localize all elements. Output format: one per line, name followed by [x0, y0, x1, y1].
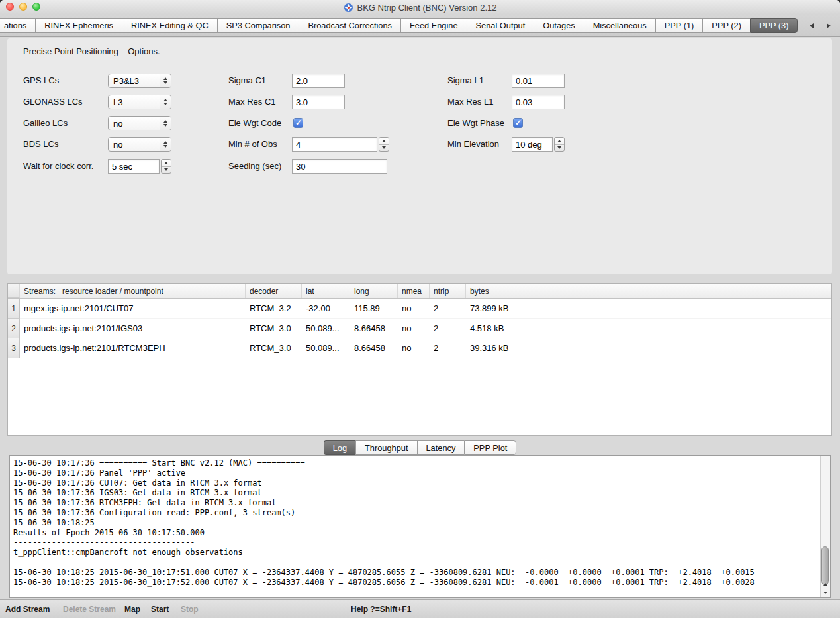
- gps-lcs-value: P3&L3: [109, 76, 160, 86]
- stream-row[interactable]: 2 products.igs-ip.net:2101/IGS03 RTCM_3.…: [8, 319, 831, 338]
- stepper-down-button[interactable]: [379, 145, 389, 152]
- max-res-c1-input[interactable]: [292, 95, 345, 109]
- cell-lat: 50.089...: [302, 319, 350, 338]
- tab-throughput[interactable]: Throughput: [355, 440, 416, 455]
- cell-nmea: no: [398, 319, 430, 338]
- cell-mountpoint: products.igs-ip.net:2101/IGS03: [20, 319, 246, 338]
- ele-wgt-code-label: Ele Wgt Code: [228, 116, 281, 130]
- gps-lcs-select[interactable]: P3&L3: [108, 74, 171, 88]
- cell-decoder: RTCM_3.2: [246, 299, 302, 319]
- tab-ppp-2[interactable]: PPP (2): [702, 18, 750, 33]
- title-bar[interactable]: BKG Ntrip Client (BNC) Version 2.12: [0, 0, 840, 15]
- stop-button[interactable]: Stop: [181, 605, 199, 614]
- tab-feed-engine[interactable]: Feed Engine: [400, 18, 467, 33]
- tab-rinex-observations[interactable]: ations: [0, 18, 35, 33]
- arrow-up-icon: [163, 77, 167, 80]
- stream-row[interactable]: 3 products.igs-ip.net:2101/RTCM3EPH RTCM…: [8, 338, 831, 358]
- log-line: 15-06-30 10:18:25 2015-06-30_10:17:51.00…: [13, 568, 818, 578]
- row-number: 2: [8, 319, 20, 338]
- zoom-window-button[interactable]: [32, 3, 40, 11]
- cell-decoder: RTCM_3.0: [246, 319, 302, 338]
- app-icon: [344, 3, 353, 13]
- cell-bytes: 4.518 kB: [466, 319, 831, 338]
- ele-wgt-phase-checkbox[interactable]: [513, 118, 523, 128]
- header-lat[interactable]: lat: [302, 284, 350, 298]
- arrow-down-icon: [164, 168, 168, 171]
- header-mountpoint[interactable]: Streams: resource loader / mountpoint: [20, 284, 246, 298]
- arrow-up-icon: [163, 99, 167, 101]
- tab-scroll-left-button[interactable]: [807, 21, 816, 31]
- stream-row[interactable]: 1 mgex.igs-ip.net:2101/CUT07 RTCM_3.2 -3…: [8, 299, 831, 319]
- stepper-up-button[interactable]: [162, 160, 171, 167]
- tab-log[interactable]: Log: [324, 440, 355, 455]
- log-scrollbar[interactable]: [820, 456, 830, 597]
- content-area: Precise Point Positioning – Options. GPS…: [0, 37, 840, 599]
- min-elevation-spinner: [512, 137, 565, 152]
- min-obs-input[interactable]: [292, 137, 377, 152]
- tab-serial-output[interactable]: Serial Output: [467, 18, 534, 33]
- log-line: 15-06-30 10:17:36 CUT07: Get data in RTC…: [13, 478, 818, 488]
- close-window-button[interactable]: [6, 3, 14, 11]
- tab-scroll-right-button[interactable]: [824, 21, 833, 31]
- max-res-l1-input[interactable]: [512, 95, 565, 109]
- tab-scroll-controls: [807, 21, 840, 31]
- chevron-left-icon: [810, 23, 814, 28]
- header-nmea[interactable]: nmea: [398, 284, 430, 298]
- stepper-down-button[interactable]: [162, 167, 171, 174]
- tab-ppp-plot[interactable]: PPP Plot: [464, 440, 516, 455]
- header-ntrip[interactable]: ntrip: [430, 284, 466, 298]
- bds-lcs-select[interactable]: no: [108, 137, 171, 152]
- glonass-lcs-label: GLONASS LCs: [23, 95, 83, 109]
- ele-wgt-code-checkbox[interactable]: [293, 118, 303, 128]
- streams-table-header: Streams: resource loader / mountpoint de…: [8, 284, 831, 299]
- window-title: BKG Ntrip Client (BNC) Version 2.12: [357, 3, 497, 13]
- tab-rinex-ephemeris[interactable]: RINEX Ephemeris: [35, 18, 122, 33]
- combo-arrows-icon: [160, 138, 171, 151]
- help-button[interactable]: Help ?=Shift+F1: [351, 605, 411, 614]
- header-corner: [8, 284, 20, 298]
- log-line: t_pppClient::cmpBancroft not enough obse…: [13, 548, 818, 558]
- log-line: 15-06-30 10:18:25: [13, 518, 818, 528]
- tab-sp3-comparison[interactable]: SP3 Comparison: [217, 18, 299, 33]
- header-decoder[interactable]: decoder: [246, 284, 302, 298]
- top-tab-bar: ations RINEX Ephemeris RINEX Editing & Q…: [0, 15, 840, 37]
- min-obs-spinner: [292, 137, 389, 152]
- bds-lcs-label: BDS LCs: [23, 137, 58, 152]
- arrow-up-icon: [557, 140, 561, 142]
- tab-broadcast-corrections[interactable]: Broadcast Corrections: [299, 18, 400, 33]
- galileo-lcs-value: no: [109, 119, 160, 129]
- min-elevation-input[interactable]: [512, 137, 553, 152]
- tab-ppp-3[interactable]: PPP (3): [750, 18, 798, 33]
- window-title-group: BKG Ntrip Client (BNC) Version 2.12: [344, 3, 497, 13]
- cell-long: 8.66458: [350, 338, 398, 358]
- header-bytes[interactable]: bytes: [466, 284, 831, 298]
- minimize-window-button[interactable]: [19, 3, 27, 11]
- log-panel: 15-06-30 10:17:36 ========== Start BNC v…: [9, 455, 831, 598]
- stepper-down-button[interactable]: [555, 145, 564, 152]
- sigma-l1-input[interactable]: [512, 74, 565, 88]
- sigma-c1-input[interactable]: [292, 74, 345, 88]
- glonass-lcs-value: L3: [109, 97, 160, 107]
- tab-latency[interactable]: Latency: [417, 440, 465, 455]
- seeding-input[interactable]: [292, 159, 387, 174]
- glonass-lcs-select[interactable]: L3: [108, 95, 171, 109]
- add-stream-button[interactable]: Add Stream: [5, 605, 50, 614]
- log-output[interactable]: 15-06-30 10:17:36 ========== Start BNC v…: [13, 458, 818, 596]
- header-long[interactable]: long: [350, 284, 398, 298]
- delete-stream-button[interactable]: Delete Stream: [63, 605, 116, 614]
- tab-ppp-1[interactable]: PPP (1): [655, 18, 703, 33]
- tab-miscellaneous[interactable]: Miscellaneous: [584, 18, 655, 33]
- log-line: --------------------------------------: [13, 538, 818, 548]
- galileo-lcs-select[interactable]: no: [108, 116, 171, 130]
- log-scrollbar-buttons: [821, 580, 830, 597]
- wait-clock-corr-input[interactable]: [108, 159, 160, 174]
- scroll-up-button[interactable]: [821, 580, 830, 588]
- start-button[interactable]: Start: [151, 605, 169, 614]
- tab-rinex-editing-qc[interactable]: RINEX Editing & QC: [122, 18, 217, 33]
- stepper-up-button[interactable]: [379, 138, 389, 145]
- map-button[interactable]: Map: [124, 605, 140, 614]
- tab-outages[interactable]: Outages: [534, 18, 583, 33]
- stepper-up-button[interactable]: [555, 138, 564, 145]
- chevron-right-icon: [827, 23, 831, 28]
- scroll-down-button[interactable]: [821, 588, 830, 597]
